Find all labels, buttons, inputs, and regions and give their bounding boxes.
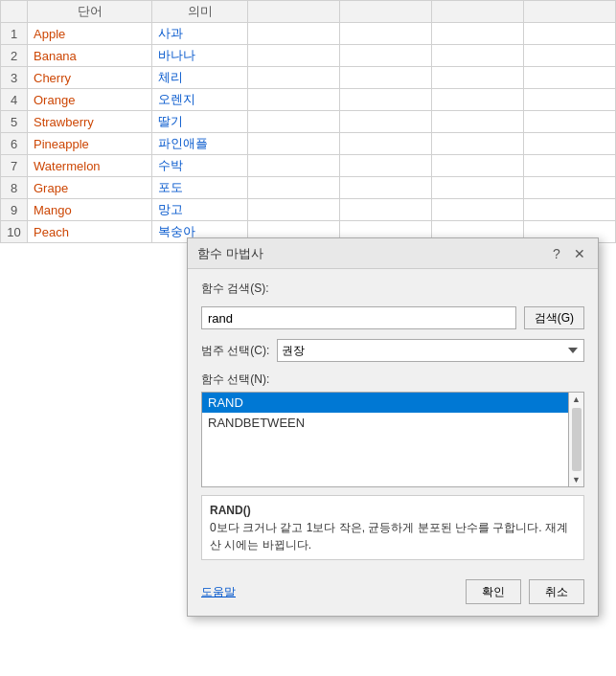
meaning-cell[interactable]: 수박 [152,155,248,177]
fruit-cell[interactable]: Peach [28,221,152,243]
search-button[interactable]: 검색(G) [524,306,584,329]
meaning-cell[interactable]: 망고 [152,199,248,221]
extra-cell-d[interactable] [340,155,432,177]
meaning-cell[interactable]: 파인애플 [152,133,248,155]
extra-cell-e[interactable] [432,155,524,177]
row-number: 8 [1,177,28,199]
corner-header [1,1,28,23]
row-number: 2 [1,45,28,67]
extra-cell-f[interactable] [524,67,616,89]
category-label: 범주 선택(C): [201,343,269,359]
meaning-cell[interactable]: 오렌지 [152,89,248,111]
meaning-cell[interactable]: 사과 [152,23,248,45]
extra-cell-e[interactable] [432,67,524,89]
extra-cell-e[interactable] [432,111,524,133]
extra-cell-d[interactable] [340,133,432,155]
function-list-item[interactable]: RANDBETWEEN [202,413,568,433]
meaning-cell[interactable]: 체리 [152,67,248,89]
extra-cell-f[interactable] [524,199,616,221]
col-header-meaning[interactable]: 의미 [152,1,248,23]
scroll-up-icon[interactable]: ▲ [570,393,583,406]
extra-cell-f[interactable] [524,23,616,45]
col-header-f [524,1,616,23]
extra-cell-e[interactable] [432,133,524,155]
fruit-cell[interactable]: Banana [28,45,152,67]
extra-cell-c[interactable] [248,23,340,45]
fruit-cell[interactable]: Watermelon [28,155,152,177]
meaning-cell[interactable]: 포도 [152,177,248,199]
scroll-thumb[interactable] [572,408,582,471]
search-input-row: 검색(G) [201,306,584,329]
table-row: 3 Cherry 체리 [1,67,616,89]
extra-cell-c[interactable] [248,199,340,221]
search-row: 함수 검색(S): [201,281,584,297]
table-row: 6 Pineapple 파인애플 [1,133,616,155]
extra-cell-f[interactable] [524,133,616,155]
extra-cell-f[interactable] [524,177,616,199]
function-list[interactable]: RANDRANDBETWEEN [201,392,569,487]
footer-buttons: 확인 취소 [466,579,584,604]
category-select[interactable]: 권장 [277,339,584,362]
row-number: 3 [1,67,28,89]
extra-cell-c[interactable] [248,133,340,155]
extra-cell-e[interactable] [432,199,524,221]
ok-button[interactable]: 확인 [466,579,521,604]
fruit-cell[interactable]: Pineapple [28,133,152,155]
extra-cell-d[interactable] [340,111,432,133]
dialog-titlebar: 함수 마법사 ? ✕ [188,238,598,269]
fruit-cell[interactable]: Strawberry [28,111,152,133]
row-number: 7 [1,155,28,177]
function-description-text: 0보다 크거나 같고 1보다 작은, 균등하게 분포된 난수를 구합니다. 재계… [210,521,568,552]
extra-cell-d[interactable] [340,199,432,221]
category-row: 범주 선택(C): 권장 [201,339,584,362]
extra-cell-e[interactable] [432,89,524,111]
col-header-d [340,1,432,23]
search-input[interactable] [201,306,516,329]
function-description-box: RAND() 0보다 크거나 같고 1보다 작은, 균등하게 분포된 난수를 구… [201,495,584,560]
scroll-down-icon[interactable]: ▼ [570,473,583,486]
extra-cell-c[interactable] [248,89,340,111]
row-number: 1 [1,23,28,45]
meaning-cell[interactable]: 딸기 [152,111,248,133]
extra-cell-f[interactable] [524,111,616,133]
row-number: 5 [1,111,28,133]
fruit-cell[interactable]: Apple [28,23,152,45]
fruit-cell[interactable]: Grape [28,177,152,199]
extra-cell-f[interactable] [524,45,616,67]
function-signature: RAND() [210,504,251,517]
extra-cell-d[interactable] [340,67,432,89]
extra-cell-f[interactable] [524,155,616,177]
extra-cell-e[interactable] [432,23,524,45]
table-row: 9 Mango 망고 [1,199,616,221]
function-list-item[interactable]: RAND [202,393,568,413]
function-wizard-dialog: 함수 마법사 ? ✕ 함수 검색(S): 검색(G) 범주 선택(C): 권장 … [187,237,599,617]
cancel-button[interactable]: 취소 [529,579,584,604]
extra-cell-e[interactable] [432,177,524,199]
dialog-close-icon[interactable]: ✕ [571,245,588,262]
sheet-table: 단어 의미 1 Apple 사과 2 Banana 바나나 [0,0,616,243]
fruit-cell[interactable]: Mango [28,199,152,221]
dialog-help-icon[interactable]: ? [548,245,565,262]
extra-cell-d[interactable] [340,23,432,45]
extra-cell-c[interactable] [248,155,340,177]
extra-cell-d[interactable] [340,177,432,199]
extra-cell-d[interactable] [340,89,432,111]
fruit-cell[interactable]: Orange [28,89,152,111]
col-header-word[interactable]: 단어 [28,1,152,23]
row-number: 6 [1,133,28,155]
extra-cell-f[interactable] [524,89,616,111]
fruit-cell[interactable]: Cherry [28,67,152,89]
row-number: 9 [1,199,28,221]
extra-cell-d[interactable] [340,45,432,67]
col-header-c [248,1,340,23]
extra-cell-c[interactable] [248,111,340,133]
function-list-container: RANDRANDBETWEEN ▲ ▼ [201,392,584,487]
help-link[interactable]: 도움말 [201,584,236,600]
meaning-cell[interactable]: 바나나 [152,45,248,67]
extra-cell-c[interactable] [248,67,340,89]
extra-cell-c[interactable] [248,177,340,199]
extra-cell-e[interactable] [432,45,524,67]
dialog-footer: 도움말 확인 취소 [188,572,598,616]
extra-cell-c[interactable] [248,45,340,67]
table-row: 7 Watermelon 수박 [1,155,616,177]
